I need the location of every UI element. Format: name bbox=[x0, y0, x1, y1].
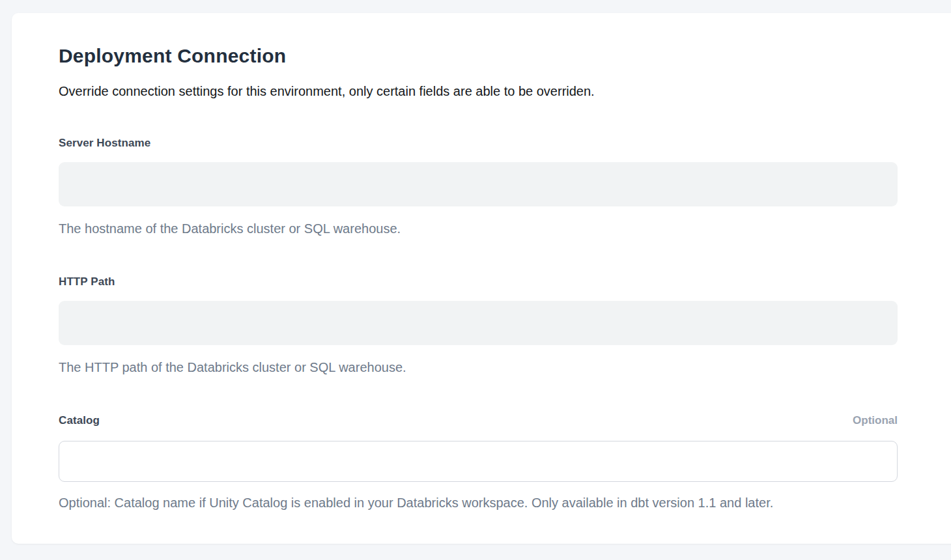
catalog-help: Optional: Catalog name if Unity Catalog … bbox=[59, 495, 898, 511]
catalog-input[interactable] bbox=[59, 441, 898, 482]
catalog-label: Catalog bbox=[59, 414, 100, 427]
label-row: Server Hostname bbox=[59, 137, 898, 150]
page-subtitle: Override connection settings for this en… bbox=[59, 83, 898, 100]
http-path-input[interactable] bbox=[59, 301, 898, 345]
field-group-server-hostname: Server Hostname The hostname of the Data… bbox=[59, 137, 898, 236]
server-hostname-label: Server Hostname bbox=[59, 137, 150, 150]
label-row: Catalog Optional bbox=[59, 414, 898, 427]
deployment-connection-card: Deployment Connection Override connectio… bbox=[12, 13, 951, 544]
optional-badge: Optional bbox=[853, 414, 898, 427]
label-row: HTTP Path bbox=[59, 275, 898, 288]
http-path-label: HTTP Path bbox=[59, 275, 115, 288]
server-hostname-help: The hostname of the Databricks cluster o… bbox=[59, 221, 898, 236]
http-path-help: The HTTP path of the Databricks cluster … bbox=[59, 359, 898, 375]
server-hostname-input[interactable] bbox=[59, 162, 898, 206]
page-title: Deployment Connection bbox=[59, 44, 898, 68]
card-content: Deployment Connection Override connectio… bbox=[12, 13, 898, 511]
field-group-http-path: HTTP Path The HTTP path of the Databrick… bbox=[59, 275, 898, 375]
field-group-catalog: Catalog Optional Optional: Catalog name … bbox=[59, 414, 898, 511]
